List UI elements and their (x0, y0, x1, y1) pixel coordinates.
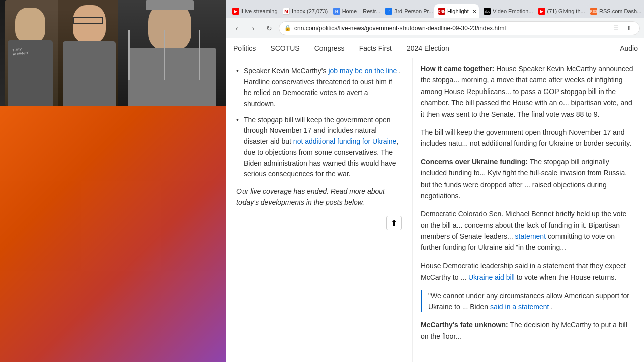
blockquote-end: . (551, 303, 553, 311)
tab-label: Home – Restr... (342, 8, 380, 14)
tab-label: RSS.com Dash... (599, 8, 641, 14)
tab-label: Live streaming (242, 8, 278, 14)
tab-3rdperson[interactable]: f 3rd Person Pr... (381, 4, 434, 18)
cnn-navigation: Politics SCOTUS Congress Facts First 202… (226, 38, 644, 58)
tab-youtube71[interactable]: ▶ (71) Giving th... (534, 4, 586, 18)
refresh-button[interactable]: ↻ (263, 22, 276, 35)
tab-favicon-yt2: ▶ (538, 8, 545, 15)
bullet1-prefix: Speaker Kevin McCarthy's (244, 67, 328, 75)
forward-button[interactable]: › (247, 22, 260, 35)
bullet1-link1[interactable]: job (328, 67, 338, 75)
tab-favicon-gmail: M (283, 8, 290, 15)
tab-favicon-home: H (333, 8, 340, 15)
mccarthy-fate-para: McCarthy's fate unknown: The decision by… (421, 319, 636, 342)
blockquote: "We cannot under any circumstances allow… (421, 290, 636, 313)
article-area: Speaker Kevin McCarthy's job may be on t… (226, 58, 644, 362)
list-item-2: The stopgap bill will keep the governmen… (236, 115, 402, 180)
said-in-statement-link[interactable]: said in a statement (490, 303, 549, 311)
nav-congress[interactable]: Congress (307, 38, 352, 58)
tab-label: Video Emotion... (493, 8, 533, 14)
share-page-button[interactable]: ⬆ (623, 23, 634, 34)
bullet-list: Speaker Kevin McCarthy's job may be on t… (236, 66, 402, 180)
ukraine-aid-bill-link[interactable]: Ukraine aid bill (468, 273, 515, 281)
tab-favicon-3p: f (385, 8, 392, 15)
video-top: THEYADVANCE (0, 0, 226, 106)
tab-close-button[interactable]: ✕ (471, 8, 478, 15)
tab-highlight[interactable]: CNN Highlight ✕ (434, 4, 479, 18)
nav-politics-label: Politics (233, 44, 256, 52)
nav-2024-election-label: 2024 Election (407, 44, 449, 52)
nav-facts-first[interactable]: Facts First (352, 38, 399, 58)
address-bar-icons: ☰ ⬆ (610, 23, 634, 34)
tab-rss[interactable]: RSS RSS.com Dash... (586, 4, 642, 18)
blockquote-text: "We cannot under any circumstances allow… (428, 290, 636, 313)
nav-2024-election[interactable]: 2024 Election (399, 38, 456, 58)
mccarthy-fate-label: McCarthy's fate unknown: (421, 321, 508, 329)
tab-label: (71) Giving th... (547, 8, 585, 14)
browser-panel: ▶ Live streaming M Inbox (27,073) H Home… (226, 0, 644, 362)
nav-audio[interactable]: Audio (620, 44, 638, 52)
nav-politics[interactable]: Politics (226, 38, 263, 58)
nav-congress-label: Congress (314, 44, 345, 52)
video-panel: THEYADVANCE (0, 0, 226, 362)
bullet1-link2[interactable]: may be on the line (340, 67, 397, 75)
live-coverage-ended: Our live coverage has ended. Read more a… (236, 186, 402, 208)
nav-facts-first-label: Facts First (359, 44, 392, 52)
nav-scotus[interactable]: SCOTUS (263, 38, 306, 58)
tab-favicon-rss: RSS (590, 8, 597, 15)
video-bottom (0, 106, 226, 362)
bill-keep-para: The bill will keep the government open t… (421, 127, 636, 149)
bill-keep-text: The bill will keep the government open t… (421, 128, 631, 147)
tab-livestreaming[interactable]: ▶ Live streaming (228, 4, 278, 18)
ukraine-funding-para: Concerns over Ukraine funding: The stopg… (421, 156, 636, 202)
tab-home[interactable]: H Home – Restr... (329, 4, 381, 18)
lock-icon: 🔒 (284, 25, 291, 31)
tab-favicon-yt1: ▶ (232, 8, 239, 15)
tab-label: 3rd Person Pr... (394, 8, 433, 14)
share-button-container: ⬆ (236, 213, 402, 230)
article-left-column: Speaker Kevin McCarthy's job may be on t… (226, 58, 413, 362)
share-button[interactable]: ⬆ (386, 216, 402, 230)
tab-favicon-abc: abc (484, 8, 491, 15)
tab-favicon-cnn: CNN (438, 8, 445, 15)
nav-right-items: Audio (620, 44, 644, 52)
tab-label: Highlight (447, 8, 469, 14)
browser-tabs: ▶ Live streaming M Inbox (27,073) H Home… (226, 0, 644, 18)
nav-scotus-label: SCOTUS (270, 44, 299, 52)
bennet-para: Democratic Colorado Sen. Michael Bennet … (421, 208, 636, 253)
article-right-column: How it came together: House Speaker Kevi… (413, 58, 644, 362)
how-it-came-para: How it came together: House Speaker Kevi… (421, 63, 636, 120)
bullet2-link[interactable]: not additional funding for Ukraine (293, 137, 396, 145)
reader-mode-button[interactable]: ☰ (610, 23, 621, 34)
house-dem-para: House Democratic leadership said in a st… (421, 260, 636, 283)
tab-videoemotion[interactable]: abc Video Emotion... (479, 4, 533, 18)
back-button[interactable]: ‹ (230, 22, 244, 35)
house-dem-suffix: to vote when the House returns. (517, 273, 616, 281)
url-text: cnn.com/politics/live-news/government-sh… (294, 25, 607, 32)
how-it-came-label: How it came together: (421, 65, 494, 73)
address-bar[interactable]: 🔒 cnn.com/politics/live-news/government-… (279, 21, 640, 35)
tab-label: Inbox (27,073) (292, 8, 328, 14)
ukraine-funding-label: Concerns over Ukraine funding: (421, 158, 528, 166)
address-bar-row: ‹ › ↻ 🔒 cnn.com/politics/live-news/gover… (226, 18, 644, 38)
list-item-1: Speaker Kevin McCarthy's job may be on t… (236, 66, 402, 110)
tab-gmail[interactable]: M Inbox (27,073) (279, 4, 329, 18)
bennet-statement-link[interactable]: statement (515, 232, 546, 240)
